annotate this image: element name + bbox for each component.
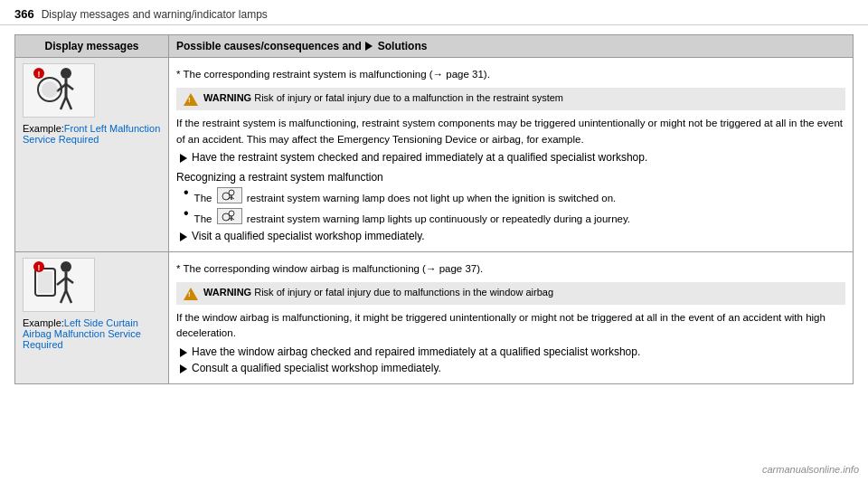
malfunction-icon-2: ! <box>23 258 95 312</box>
solutions-cell-1: * The corresponding restraint system is … <box>169 58 854 252</box>
svg-point-20 <box>61 261 71 272</box>
page-title: Display messages and warning/indicator l… <box>42 8 268 21</box>
page-number: 366 <box>14 7 34 21</box>
bullet-intro-2: * The corresponding window airbag is mal… <box>176 261 845 277</box>
page-header: 366 Display messages and warning/indicat… <box>0 0 868 25</box>
svg-point-7 <box>42 81 58 98</box>
section-title-1: Recognizing a restraint system malfuncti… <box>176 171 845 184</box>
arrow-item-2a: Have the window airbag checked and repai… <box>176 345 845 358</box>
svg-text:!: ! <box>38 70 41 79</box>
bullet-list-1: • The <box>184 187 845 226</box>
arrow-item-1a: Have the restraint system checked and re… <box>176 151 845 164</box>
arrow-item-1b: Visit a qualified specialist workshop im… <box>176 230 845 242</box>
table-row: ! Example:Left Side Curtain Airbag Malfu… <box>15 251 854 383</box>
svg-line-4 <box>61 97 66 109</box>
body-text-2a: If the window airbag is malfunctioning, … <box>176 310 845 342</box>
svg-line-24 <box>61 290 66 303</box>
warning-box-2: WARNING Risk of injury or fatal injury d… <box>176 282 845 305</box>
example-label-1: Example:Front Left Malfunction Service R… <box>23 123 161 145</box>
warning-box-1: WARNING Risk of injury or fatal injury d… <box>176 88 845 110</box>
arrow-right-icon-2b <box>180 364 187 373</box>
bullet-dot-1b: • <box>184 206 189 221</box>
example-label-2: Example:Left Side Curtain Airbag Malfunc… <box>23 317 161 350</box>
display-cell-1: ! Example:Front Left Malfunction Service… <box>15 58 169 252</box>
display-cell-2: ! Example:Left Side Curtain Airbag Malfu… <box>15 251 169 383</box>
body-text-1a: If the restraint system is malfunctionin… <box>176 116 845 147</box>
arrow-right-icon-2a <box>180 348 187 357</box>
list-item-1b: • The <box>184 208 845 226</box>
warning-text-2: WARNING Risk of injury or fatal injury d… <box>203 287 553 298</box>
person-curtain-svg: ! <box>32 260 86 309</box>
svg-text:!: ! <box>38 263 41 272</box>
list-item-1a: • The <box>184 187 845 205</box>
warning-text-1: WARNING Risk of injury or fatal injury d… <box>203 92 563 103</box>
svg-point-19 <box>222 213 230 221</box>
restraint-icon-1b <box>217 208 242 224</box>
solutions-triangle-icon <box>365 42 373 51</box>
arrow-right-icon-1b <box>180 232 187 241</box>
table-row: ! Example:Front Left Malfunction Service… <box>15 58 854 252</box>
svg-line-5 <box>66 97 71 109</box>
warning-triangle-icon-1 <box>184 93 198 106</box>
arrow-right-icon-1a <box>180 154 187 163</box>
col-solutions-header: Possible causes/consequences and Solutio… <box>169 35 854 58</box>
arrow-item-2b: Consult a qualified specialist workshop … <box>176 362 845 374</box>
bullet-intro-1: * The corresponding restraint system is … <box>176 67 845 82</box>
person-airbag-svg: ! <box>32 66 86 116</box>
col-display-header: Display messages <box>15 35 169 58</box>
svg-rect-27 <box>38 271 52 293</box>
svg-line-25 <box>66 290 71 303</box>
restraint-icon-1a <box>217 187 242 203</box>
table-header-row: Display messages Possible causes/consequ… <box>15 35 854 58</box>
solutions-cell-2: * The corresponding window airbag is mal… <box>169 251 854 383</box>
bullet-dot-1a: • <box>184 185 189 200</box>
malfunction-icon-1: ! <box>23 63 95 118</box>
bullet-text-1a: The restraint system warnin <box>194 187 617 205</box>
bullet-text-1b: The restraint system warnin <box>194 208 630 226</box>
warning-triangle-icon-2 <box>184 288 198 300</box>
svg-point-14 <box>222 193 230 200</box>
main-table: Display messages Possible causes/consequ… <box>14 34 854 384</box>
watermark: carmanualsonline.info <box>762 464 859 475</box>
svg-point-0 <box>61 68 71 79</box>
